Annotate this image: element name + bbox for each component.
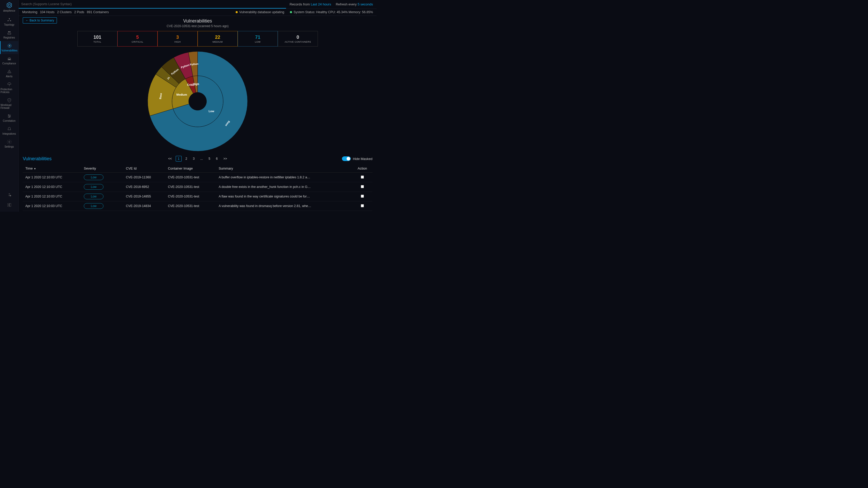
nav-icon (7, 139, 12, 144)
collapse-button[interactable] (0, 200, 18, 209)
nav-label: Alerts (6, 75, 13, 78)
hide-masked-label: Hide Masked (353, 157, 372, 161)
nav-icon (7, 98, 12, 103)
nav-label: Correlation (3, 120, 16, 122)
summary-card-medium[interactable]: 22MEDIUM (197, 31, 238, 46)
status-dot-icon (236, 11, 238, 13)
summary-number: 5 (136, 35, 138, 40)
status-dot-icon (290, 11, 292, 13)
system-status: System Status: Healthy CPU: 45.34% Memor… (290, 10, 373, 14)
svg-rect-7 (8, 33, 11, 34)
cell-time: Apr 1 2020 12:10:03 UTC (23, 201, 81, 211)
column-header[interactable]: Time▼ (23, 164, 81, 173)
cell-severity: Low (81, 173, 123, 182)
cell-time: Apr 1 2020 12:10:03 UTC (23, 211, 81, 212)
page-title: Vulnerabilities (23, 18, 372, 24)
svg-marker-0 (7, 3, 12, 8)
svg-point-21 (8, 117, 9, 118)
nav-topology[interactable]: Topology (0, 15, 18, 28)
nav-icon (7, 43, 12, 48)
pagination: <<123...56>> (166, 156, 229, 162)
vulnerability-sunburst-chart[interactable]: LowMediumCriticalHighBaseBaseJsPythonPyt… (146, 50, 249, 153)
clusters-count: 2 Clusters (57, 10, 72, 14)
table-row[interactable]: Apr 1 2020 12:10:03 UTCMediumCVE-2018-11… (23, 211, 372, 212)
records-range[interactable]: Records from Last 24 hours (290, 2, 331, 6)
svg-point-20 (9, 116, 10, 116)
svg-point-2 (9, 18, 9, 19)
nav-vulnerabilities[interactable]: Vulnerabilities (0, 41, 18, 54)
page-btn[interactable]: << (166, 156, 174, 161)
summary-card-critical[interactable]: 5CRITICAL (117, 31, 157, 46)
back-to-summary-button[interactable]: ← Back to Summary (23, 17, 57, 24)
summary-number: 0 (297, 35, 299, 40)
cell-summary: An AVX-512 optimized implementation of t… (216, 211, 352, 212)
toggle-switch[interactable] (342, 156, 351, 161)
logout-button[interactable] (0, 191, 18, 200)
row-checkbox[interactable] (361, 195, 364, 198)
nav-label: Topology (4, 23, 14, 26)
column-header[interactable]: Action (352, 164, 372, 173)
nav-workload-firewall[interactable]: Workload Firewall (0, 96, 18, 111)
svg-rect-23 (7, 203, 11, 206)
nav-icon (7, 113, 12, 119)
nav-label: Integrations (2, 132, 16, 135)
nav-alerts[interactable]: Alerts (0, 67, 18, 80)
cell-summary: A flaw was found in the way certificate … (216, 192, 352, 201)
svg-point-9 (9, 45, 10, 46)
summary-card-high[interactable]: 3HIGH (157, 31, 197, 46)
nav-integrations[interactable]: Integrations (0, 124, 18, 137)
page-btn[interactable]: 5 (207, 156, 212, 161)
summary-label: ACTIVE CONTAINERS (285, 40, 311, 43)
nav-correlation[interactable]: Correlation (0, 111, 18, 124)
summary-number: 3 (176, 35, 179, 40)
page-btn[interactable]: 2 (184, 156, 189, 161)
table-row[interactable]: Apr 1 2020 12:10:03 UTCLowCVE-2018-6952C… (23, 182, 372, 192)
logo-icon (6, 2, 13, 9)
page-btn[interactable]: 1 (176, 156, 182, 162)
summary-card-total[interactable]: 101TOTAL (78, 31, 117, 46)
cell-time: Apr 1 2020 12:10:03 UTC (23, 173, 81, 182)
severity-pill: Low (84, 184, 103, 190)
page-btn[interactable]: 3 (191, 156, 196, 161)
row-checkbox[interactable] (361, 185, 364, 188)
row-checkbox[interactable] (361, 175, 364, 178)
nav-registries[interactable]: Registries (0, 28, 18, 41)
hide-masked-toggle[interactable]: Hide Masked (342, 156, 372, 161)
column-header[interactable]: Severity (81, 164, 123, 173)
cell-image: CVE-2020-10531-test (165, 192, 216, 201)
table-row[interactable]: Apr 1 2020 12:10:03 UTCLowCVE-2019-14855… (23, 192, 372, 201)
table-row[interactable]: Apr 1 2020 12:10:03 UTCLowCVE-2019-11360… (23, 173, 372, 182)
cell-cve: CVE-2018-6952 (123, 182, 165, 192)
page-btn[interactable]: >> (222, 156, 229, 161)
cell-image: CVE-2020-10531-test (165, 173, 216, 182)
page-btn[interactable]: 6 (214, 156, 220, 161)
svg-rect-12 (9, 59, 10, 60)
svg-rect-11 (9, 59, 9, 60)
nav-icon (7, 56, 12, 61)
column-header[interactable]: Container Image (165, 164, 216, 173)
row-checkbox[interactable] (361, 204, 364, 207)
svg-point-14 (9, 72, 9, 73)
nav-settings[interactable]: Settings (0, 137, 18, 150)
cell-severity: Low (81, 201, 123, 211)
vuln-db-status: Vulnerability database updating (236, 10, 284, 14)
cell-cve: CVE-2018-11237 (123, 211, 165, 212)
nav-icon (7, 82, 12, 87)
cell-cve: CVE-2019-11360 (123, 173, 165, 182)
column-header[interactable]: Summary (216, 164, 352, 173)
summary-number: 71 (255, 35, 260, 40)
cell-cve: CVE-2019-14834 (123, 201, 165, 211)
nav-compliance[interactable]: Compliance (0, 54, 18, 67)
search-input[interactable] (19, 0, 286, 8)
table-row[interactable]: Apr 1 2020 12:10:03 UTCLowCVE-2019-14834… (23, 201, 372, 211)
nav-label: Settings (4, 145, 14, 148)
summary-card-active[interactable]: 0ACTIVE CONTAINERS (278, 31, 318, 46)
severity-pill: Low (84, 203, 103, 209)
page-btn[interactable]: ... (198, 156, 205, 161)
nav-label: Workload Firewall (1, 104, 18, 109)
column-header[interactable]: CVE Id (123, 164, 165, 173)
nav-protection-policies[interactable]: Protection Policies (0, 80, 18, 96)
cell-time: Apr 1 2020 12:10:03 UTC (23, 192, 81, 201)
refresh-interval[interactable]: Refresh every 5 seconds (336, 2, 373, 6)
summary-card-low[interactable]: 71LOW (238, 31, 278, 46)
